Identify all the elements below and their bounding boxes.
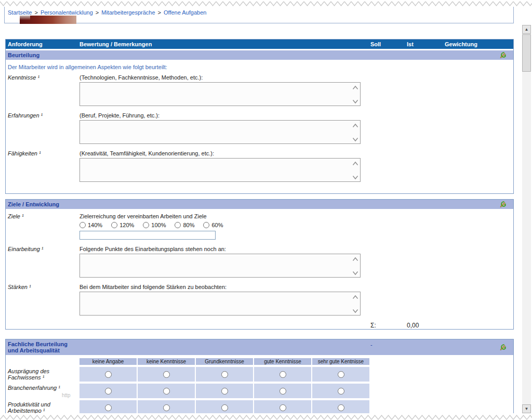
sum-label: Σ: [370, 322, 376, 329]
col-header-anforderung: Anforderung [8, 41, 43, 47]
rating-radio[interactable] [163, 388, 170, 395]
chevron-up-icon[interactable] [352, 85, 358, 89]
form-row-staerken: Stärken ¹ Bei dem Mitarbeiter sind folge… [6, 284, 513, 316]
col-header-gewichtung: Gewichtung [445, 41, 477, 47]
rating-cell [79, 384, 137, 398]
breadcrumb-separator: > [158, 9, 161, 16]
row-label: Kenntnisse ¹ [6, 74, 79, 106]
rating-cell [79, 400, 137, 415]
faehigkeiten-textarea[interactable] [79, 158, 361, 182]
row-label: Ziele ¹ [6, 213, 79, 240]
einarbeitung-textarea[interactable] [79, 254, 361, 278]
scroll-up-icon: ▲ [525, 27, 529, 32]
breadcrumb-link-personalentwicklung[interactable]: Personalentwicklung [41, 9, 93, 16]
row-label: Produktivität und Arbeitstempo ¹ [6, 400, 79, 415]
rating-cell [254, 367, 311, 382]
rating-radio[interactable] [105, 388, 112, 395]
rating-radio[interactable] [163, 371, 170, 378]
scale-header-cell: gute Kenntnisse [254, 358, 311, 365]
rating-radio[interactable] [280, 371, 286, 378]
breadcrumb-link-mitarbeitergespraeche[interactable]: Mitarbeitergespräche [101, 9, 155, 16]
radio-label: 80% [183, 222, 194, 228]
status-text-http: http [62, 392, 71, 398]
row-hint: (Kreativität, Teamfähigkeit, Kundenorien… [79, 150, 391, 156]
beurteilung-panel: Anforderung Bewertung / Bemerkungen Soll… [5, 39, 514, 194]
rating-cell [196, 384, 253, 398]
erfahrungen-textarea[interactable] [79, 120, 361, 144]
scale-header-cell: sehr gute Kentnisse [312, 358, 369, 365]
radio-label: 100% [151, 222, 166, 228]
rating-radio[interactable] [338, 388, 344, 395]
ziele-radio-140[interactable] [79, 222, 86, 228]
chevron-up-icon[interactable] [352, 256, 358, 261]
vertical-scrollbar[interactable]: ▲ ▼ [522, 25, 531, 413]
form-row-faehigkeiten: Fähigkeiten ¹ (Kreativität, Teamfähigkei… [6, 150, 513, 182]
table-header-row: Anforderung Bewertung / Bemerkungen Soll… [6, 40, 513, 49]
rating-cell [79, 367, 137, 382]
rating-radio[interactable] [338, 404, 344, 411]
fachliche-beurteilung-panel: Fachliche Beurteilung und Arbeitsqualitä… [5, 339, 514, 420]
breadcrumb-link-offene-aufgaben[interactable]: Offene Aufgaben [164, 9, 206, 16]
chevron-down-icon[interactable] [352, 270, 358, 275]
col-header-ist: Ist [407, 41, 414, 47]
scale-header-cell: keine Kenntnisse [138, 358, 195, 365]
rating-radio[interactable] [280, 388, 286, 395]
rating-scale-header: keine Angabe keine Kenntnisse Grundkennt… [79, 358, 513, 365]
section-title: Beurteilung [8, 52, 39, 58]
chevron-down-icon[interactable] [352, 175, 358, 179]
rating-cell [138, 367, 195, 382]
rating-radio[interactable] [105, 404, 112, 411]
radio-label: 120% [119, 222, 134, 228]
section-edit-icon[interactable] [499, 51, 507, 59]
section-edit-icon[interactable] [499, 343, 507, 351]
ziele-panel: Ziele / Entwicklung Ziele ¹ Zielerreichu… [5, 199, 514, 330]
col-header-soll: Soll [370, 41, 381, 47]
rating-radio[interactable] [280, 404, 286, 411]
rating-radio[interactable] [221, 388, 228, 395]
ziele-text-input[interactable] [79, 231, 216, 240]
form-row-einarbeitung: Einarbeitung ¹ Folgende Punkte des Einar… [6, 246, 513, 278]
row-hint: (Beruf, Projekte, Führung, etc.): [79, 112, 391, 119]
scrollbar-down-button[interactable]: ▼ [522, 404, 531, 413]
chevron-down-icon[interactable] [352, 99, 358, 103]
rating-row-branchenerfahrung: Branchenerfahrung ¹ [6, 384, 513, 398]
ziele-radio-80[interactable] [175, 222, 181, 228]
chevron-down-icon[interactable] [352, 308, 358, 313]
chevron-up-icon[interactable] [352, 161, 358, 165]
staerken-textarea[interactable] [79, 292, 361, 316]
rating-cell [254, 400, 311, 415]
ziele-radio-group: 140% 120% 100% 80% 60% [79, 221, 391, 229]
row-hint: (Technologien, Fachkenntnisse, Methoden,… [79, 74, 391, 81]
row-hint: Folgende Punkte des Einarbeitungsplans s… [79, 246, 391, 252]
rating-radio[interactable] [221, 404, 228, 411]
kenntnisse-textarea[interactable] [79, 82, 361, 106]
row-label: Fähigkeiten ¹ [6, 150, 79, 182]
rating-radio[interactable] [338, 371, 344, 378]
zigzag-border-top [0, 0, 532, 7]
soll-value: - [370, 342, 373, 348]
breadcrumb-panel: Startseite>Personalentwicklung>Mitarbeit… [4, 5, 514, 23]
row-hint: Zielerreichung der vereinbarten Arbeiten… [79, 213, 391, 219]
rating-row-fachwissen: Ausprägung des Fachwissens ¹ [6, 367, 513, 382]
rating-radio[interactable] [105, 371, 112, 378]
breadcrumb-link-startseite[interactable]: Startseite [8, 9, 32, 16]
rating-radio[interactable] [221, 371, 228, 378]
row-label: Stärken ¹ [6, 284, 79, 316]
scrollbar-up-button[interactable]: ▲ [522, 25, 531, 34]
rating-radio[interactable] [163, 404, 170, 411]
section-title: Fachliche Beurteilung und Arbeitsqualitä… [8, 341, 68, 353]
row-label: Erfahrungen ¹ [6, 112, 79, 144]
ziele-radio-120[interactable] [111, 222, 117, 228]
ziele-radio-60[interactable] [203, 222, 209, 228]
section-edit-icon[interactable] [499, 200, 507, 208]
col-header-bewertung: Bewertung / Bemerkungen [79, 41, 152, 47]
scale-header-cell: keine Angabe [79, 358, 137, 365]
scrollbar-thumb[interactable] [522, 34, 531, 72]
radio-label: 60% [211, 222, 223, 228]
ziele-radio-100[interactable] [143, 222, 149, 228]
chevron-up-icon[interactable] [352, 294, 358, 299]
zigzag-border-bottom [0, 413, 532, 420]
chevron-down-icon[interactable] [352, 137, 358, 141]
chevron-up-icon[interactable] [352, 123, 358, 127]
breadcrumb-separator: > [96, 9, 99, 16]
